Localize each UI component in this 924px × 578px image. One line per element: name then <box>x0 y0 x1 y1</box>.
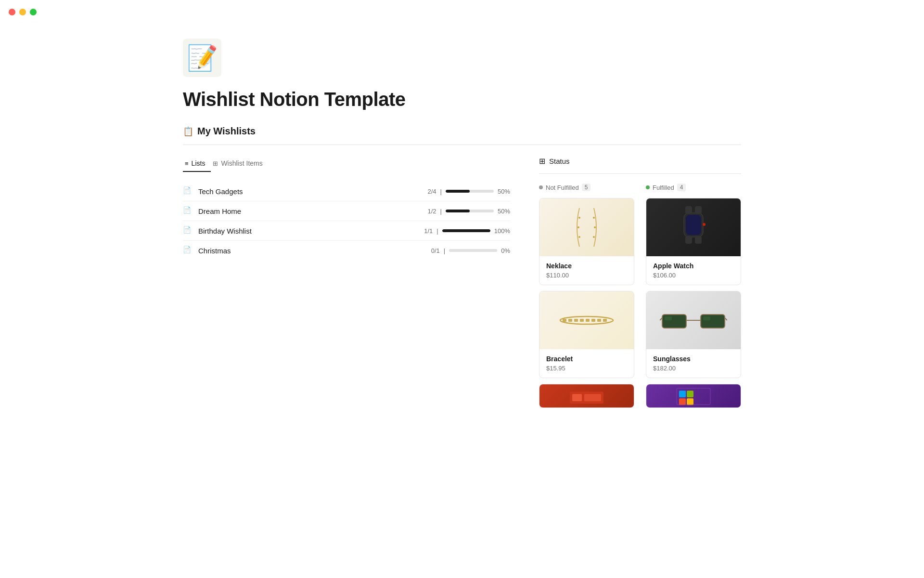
card-windows[interactable] <box>646 384 741 408</box>
page-title: Wishlist Notion Template <box>183 89 741 110</box>
svg-point-20 <box>703 223 706 226</box>
list-item-meta-birthday: 1/1 | 100% <box>424 227 510 235</box>
svg-point-2 <box>578 226 579 228</box>
section-divider <box>183 144 741 145</box>
page-icon-emoji: 📝 <box>187 45 218 70</box>
two-col-layout: ≡ Lists ⊞ Wishlist Items 📄 Tech Gadgets … <box>183 157 741 414</box>
svg-rect-14 <box>603 319 607 322</box>
card-body-necklace: Neklace $110.00 <box>539 256 634 285</box>
list-item-meta-dream: 1/2 | 50% <box>428 208 511 215</box>
svg-rect-33 <box>687 391 693 397</box>
tab-lists-label: Lists <box>192 159 205 167</box>
not-fulfilled-label: Not Fulfilled <box>546 184 579 191</box>
tab-wishlist-items[interactable]: ⊞ Wishlist Items <box>211 157 268 172</box>
sunglasses-svg <box>660 306 727 335</box>
necklace-img <box>539 198 634 256</box>
card-image-windows <box>646 384 741 408</box>
necklace-svg <box>572 203 601 251</box>
windows-img <box>646 384 741 408</box>
svg-rect-13 <box>597 319 601 322</box>
list-item-christmas[interactable]: 📄 Christmas 0/1 | 0% <box>183 241 510 260</box>
traffic-light-yellow[interactable] <box>19 9 26 15</box>
section-heading-icon: 📋 <box>183 126 193 137</box>
svg-rect-16 <box>572 394 582 401</box>
fulfilled-col: Fulfilled 4 <box>646 184 741 414</box>
svg-point-1 <box>593 217 595 219</box>
fulfilled-header: Fulfilled 4 <box>646 184 741 191</box>
list-item-fraction-birthday: 1/1 <box>424 227 433 235</box>
card-image-necklace <box>539 198 634 256</box>
bracelet-svg <box>558 311 616 330</box>
list-item-sep-christmas: | <box>444 247 445 254</box>
traffic-light-green[interactable] <box>30 9 37 15</box>
progress-bar-tech <box>446 190 494 193</box>
list-item-icon-christmas: 📄 <box>183 246 192 255</box>
card-image-apple-watch <box>646 198 741 256</box>
svg-rect-32 <box>679 391 686 397</box>
page-container: 📝 Wishlist Notion Template 📋 My Wishlist… <box>125 0 799 452</box>
status-header-icon: ⊞ <box>539 157 545 166</box>
svg-rect-11 <box>586 319 590 322</box>
tab-lists-icon: ≡ <box>185 160 189 167</box>
svg-rect-21 <box>685 206 692 214</box>
list-item-percent-tech: 50% <box>498 188 510 195</box>
page-icon: 📝 <box>183 39 221 77</box>
list-item-meta-tech: 2/4 | 50% <box>428 188 511 195</box>
progress-bar-dream <box>446 210 494 212</box>
list-item-name-tech: Tech Gadgets <box>198 187 428 196</box>
sunglasses-img <box>646 291 741 349</box>
card-game[interactable] <box>539 384 634 408</box>
list-item-percent-christmas: 0% <box>501 247 510 254</box>
tab-wishlist-icon: ⊞ <box>213 160 218 167</box>
list-item-sep-dream: | <box>440 208 442 215</box>
windows-svg <box>674 387 713 406</box>
status-heading-label: Status <box>549 157 570 165</box>
svg-rect-9 <box>574 319 578 322</box>
svg-rect-7 <box>563 319 566 322</box>
right-column: ⊞ Status Not Fulfilled 5 <box>539 157 741 414</box>
fulfilled-dot <box>646 185 650 189</box>
section-heading-text: My Wishlists <box>197 126 256 137</box>
card-price-sunglasses: $182.00 <box>653 365 734 372</box>
tab-lists[interactable]: ≡ Lists <box>183 157 211 172</box>
card-title-necklace: Neklace <box>546 262 627 270</box>
list-item-meta-christmas: 0/1 | 0% <box>431 247 510 254</box>
section-heading: 📋 My Wishlists <box>183 126 741 137</box>
card-image-sunglasses <box>646 291 741 349</box>
svg-point-0 <box>578 217 580 219</box>
svg-rect-10 <box>580 319 584 322</box>
card-bracelet[interactable]: Bracelet $15.95 <box>539 291 634 378</box>
card-title-bracelet: Bracelet <box>546 355 627 363</box>
traffic-light-red[interactable] <box>9 9 15 15</box>
status-header: ⊞ Status <box>539 157 741 166</box>
svg-rect-17 <box>584 394 601 401</box>
not-fulfilled-count: 5 <box>582 184 591 191</box>
card-price-necklace: $110.00 <box>546 272 627 279</box>
progress-fill-birthday <box>442 229 490 232</box>
status-divider <box>539 173 741 174</box>
not-fulfilled-col: Not Fulfilled 5 <box>539 184 634 414</box>
list-item-icon-tech: 📄 <box>183 186 192 196</box>
svg-rect-30 <box>665 316 672 320</box>
card-body-apple-watch: Apple Watch $106.00 <box>646 256 741 285</box>
status-columns: Not Fulfilled 5 <box>539 184 741 414</box>
list-item-fraction-christmas: 0/1 <box>431 247 440 254</box>
not-fulfilled-dot <box>539 185 543 189</box>
list-item-birthday[interactable]: 📄 Birthday Wishlist 1/1 | 100% <box>183 221 510 241</box>
card-image-bracelet <box>539 291 634 349</box>
svg-point-3 <box>594 226 596 228</box>
progress-bar-christmas <box>449 249 497 252</box>
list-item-fraction-dream: 1/2 <box>428 208 436 215</box>
progress-bar-birthday <box>442 229 490 232</box>
svg-point-4 <box>578 236 580 238</box>
card-sunglasses[interactable]: Sunglasses $182.00 <box>646 291 741 378</box>
list-item-icon-birthday: 📄 <box>183 226 192 236</box>
card-necklace[interactable]: Neklace $110.00 <box>539 198 634 285</box>
progress-fill-dream <box>446 210 470 212</box>
svg-rect-12 <box>591 319 595 322</box>
list-item-tech-gadgets[interactable]: 📄 Tech Gadgets 2/4 | 50% <box>183 182 510 201</box>
list-item-dream-home[interactable]: 📄 Dream Home 1/2 | 50% <box>183 201 510 221</box>
left-column: ≡ Lists ⊞ Wishlist Items 📄 Tech Gadgets … <box>183 157 510 260</box>
svg-rect-34 <box>679 398 686 405</box>
card-apple-watch[interactable]: Apple Watch $106.00 <box>646 198 741 285</box>
